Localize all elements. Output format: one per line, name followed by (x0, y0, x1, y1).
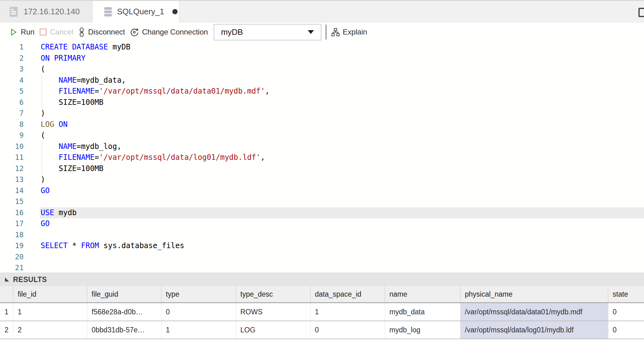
code-line[interactable]: 21 (0, 262, 644, 273)
grid-cell[interactable]: 1 (311, 303, 385, 321)
code-line[interactable]: 15 (0, 196, 644, 207)
grid-cell[interactable]: 0 (608, 303, 644, 321)
grid-cell[interactable]: mydb_data (385, 303, 460, 321)
code-line-text (40, 262, 644, 273)
line-number: 20 (0, 252, 31, 263)
cancel-icon (39, 28, 47, 36)
code-line-text: LOG ON (40, 119, 644, 130)
code-line[interactable]: 18 (0, 229, 644, 241)
line-number: 10 (0, 141, 31, 152)
code-line[interactable]: 11 FILENAME='/var/opt/mssql/data/log01/m… (0, 152, 644, 163)
code-line[interactable]: 5 FILENAME='/var/opt/mssql/data/data01/m… (0, 86, 644, 97)
server-page-icon (9, 7, 18, 17)
tab-sqlquery[interactable]: SQLQuery_1 (93, 1, 179, 22)
tab-server-dashboard[interactable]: 172.16.120.140 (0, 1, 93, 22)
code-line[interactable]: 12 SIZE=100MB (0, 163, 644, 174)
code-line[interactable]: 14GO (0, 185, 644, 197)
grid-cell[interactable]: /var/opt/mssql/data/data01/mydb.mdf (460, 303, 608, 321)
code-line-text: FILENAME='/var/opt/mssql/data/log01/mydb… (40, 152, 644, 163)
azure-data-studio-window: 172.16.120.140 SQLQuery_1 Run C (0, 0, 644, 347)
code-line[interactable]: 17GO (0, 218, 644, 229)
column-header-type_desc[interactable]: type_desc (236, 286, 311, 302)
line-number: 18 (0, 229, 31, 241)
line-number: 19 (0, 240, 31, 252)
code-line-text (40, 252, 644, 263)
code-line-text (40, 229, 644, 241)
row-number-cell[interactable]: 2 (0, 321, 13, 339)
change-connection-button[interactable]: Change Connection (130, 28, 208, 37)
code-line-text: GO (40, 185, 644, 197)
grid-cell[interactable]: 1 (161, 321, 236, 339)
code-line-text: ( (40, 64, 644, 75)
code-line[interactable]: 1CREATE DATABASE myDB (0, 42, 644, 53)
code-line[interactable]: 9( (0, 130, 644, 141)
disconnect-button[interactable]: Disconnect (78, 27, 125, 37)
code-line[interactable]: 20 (0, 252, 644, 263)
split-editor-icon[interactable] (638, 8, 644, 17)
code-line-text: USE mydb (40, 207, 644, 219)
code-line-text: NAME=mydb_data, (40, 75, 644, 86)
collapse-twistie-icon[interactable] (5, 278, 9, 282)
chevron-down-icon (308, 30, 314, 34)
grid-cell[interactable]: 1 (13, 303, 87, 321)
sql-code-editor[interactable]: 1CREATE DATABASE myDB2ON PRIMARY3(4 NAME… (0, 42, 644, 273)
line-number: 9 (0, 130, 31, 141)
line-number: 7 (0, 108, 31, 119)
line-number: 13 (0, 174, 31, 185)
line-number: 21 (0, 262, 31, 273)
code-line-text: SIZE=100MB (40, 163, 644, 174)
code-line[interactable]: 4 NAME=mydb_data, (0, 75, 644, 86)
toolbar-separator (326, 25, 326, 39)
line-number: 2 (0, 53, 31, 64)
code-line-text: GO (40, 218, 644, 229)
grid-corner-cell[interactable] (0, 286, 13, 302)
results-grid: file_idfile_guidtypetype_descdata_space_… (0, 286, 644, 339)
code-line[interactable]: 7) (0, 108, 644, 119)
results-panel-header[interactable]: RESULTS (0, 273, 644, 286)
code-line-text: CREATE DATABASE myDB (40, 42, 644, 53)
column-header-state[interactable]: state (608, 286, 644, 302)
code-line-text (40, 196, 644, 207)
grid-cell[interactable]: LOG (236, 321, 311, 339)
run-icon (9, 28, 18, 36)
explain-plan-icon (331, 28, 340, 36)
column-header-file_id[interactable]: file_id (13, 286, 87, 302)
code-line-text: ( (40, 130, 644, 141)
grid-cell[interactable]: 0 (161, 303, 236, 321)
grid-cell[interactable]: /var/opt/mssql/data/log01/mydb.ldf (460, 321, 608, 339)
database-selector-dropdown[interactable]: myDB (214, 24, 321, 40)
column-header-physical_name[interactable]: physical_name (460, 286, 608, 302)
code-line-text: SIZE=100MB (40, 97, 644, 108)
column-header-data_space_id[interactable]: data_space_id (311, 286, 385, 302)
grid-cell[interactable]: f568e28a-d0b… (87, 303, 161, 321)
code-line[interactable]: 13) (0, 174, 644, 185)
run-button[interactable]: Run (9, 28, 34, 36)
code-line[interactable]: 19SELECT * FROM sys.database_files (0, 240, 644, 252)
code-line-text: SELECT * FROM sys.database_files (40, 240, 644, 252)
grid-cell[interactable]: 0 (608, 321, 644, 339)
table-row: 220bbd31db-57e…1LOG0mydb_log/var/opt/mss… (0, 321, 644, 339)
grid-cell[interactable]: 0 (311, 321, 385, 339)
code-line[interactable]: 2ON PRIMARY (0, 53, 644, 64)
grid-cell[interactable]: mydb_log (385, 321, 460, 339)
table-row: 11f568e28a-d0b…0ROWS1mydb_data/var/opt/m… (0, 303, 644, 321)
line-number: 17 (0, 218, 31, 229)
grid-cell[interactable]: 0bbd31db-57e… (87, 321, 161, 339)
column-header-file_guid[interactable]: file_guid (87, 286, 161, 302)
column-header-type[interactable]: type (161, 286, 236, 302)
code-line[interactable]: 6 SIZE=100MB (0, 97, 644, 108)
column-header-name[interactable]: name (385, 286, 460, 302)
unsaved-changes-dot-icon[interactable] (172, 9, 178, 14)
grid-cell[interactable]: ROWS (236, 303, 311, 321)
grid-cell[interactable]: 2 (13, 321, 87, 339)
line-number: 16 (0, 207, 31, 219)
explain-button[interactable]: Explain (331, 28, 367, 36)
code-line[interactable]: 16USE mydb (0, 207, 644, 219)
cancel-button: Cancel (39, 28, 73, 36)
line-number: 14 (0, 185, 31, 197)
code-line[interactable]: 8LOG ON (0, 119, 644, 130)
code-line[interactable]: 3( (0, 64, 644, 75)
code-line-text: NAME=mydb_log, (40, 141, 644, 152)
code-line[interactable]: 10 NAME=mydb_log, (0, 141, 644, 152)
row-number-cell[interactable]: 1 (0, 303, 13, 321)
